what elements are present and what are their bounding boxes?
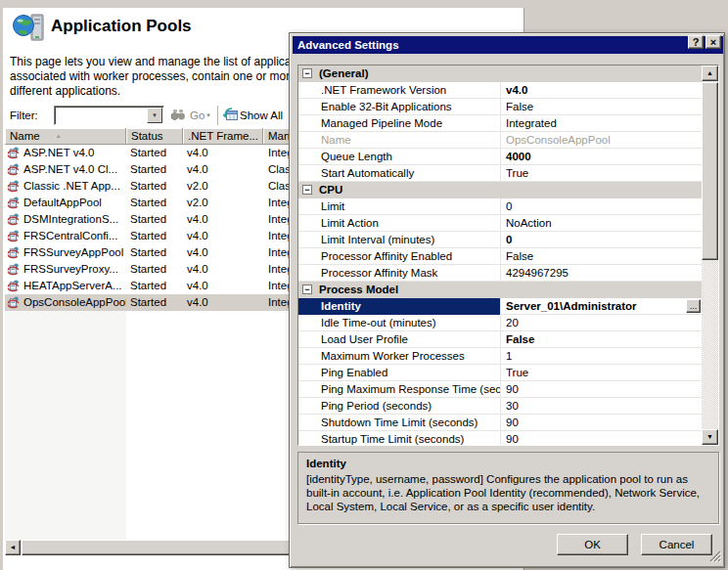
- vertical-scrollbar[interactable]: ▲ ▼: [702, 66, 718, 445]
- property-name-cell[interactable]: Ping Enabled: [298, 365, 500, 381]
- property-value-cell[interactable]: Integrated: [500, 115, 702, 132]
- property-value-cell[interactable]: True: [500, 165, 702, 182]
- property-value-cell[interactable]: False: [500, 99, 702, 115]
- property-row[interactable]: Maximum Worker Processes1: [298, 348, 702, 365]
- column-header-name[interactable]: Name▲: [5, 128, 126, 145]
- dialog-titlebar[interactable]: Advanced Settings: [293, 36, 723, 54]
- app-pool-status: Started: [126, 211, 183, 228]
- property-name-cell[interactable]: Enable 32-Bit Applications: [298, 99, 500, 115]
- show-all-icon[interactable]: [223, 108, 238, 123]
- ellipsis-button[interactable]: ...: [686, 299, 701, 313]
- help-title: Identity: [306, 458, 710, 469]
- property-value-cell[interactable]: 90: [500, 431, 702, 446]
- property-value-cell[interactable]: 30: [500, 398, 702, 415]
- collapse-icon[interactable]: −: [302, 185, 312, 195]
- property-row[interactable]: Load User ProfileFalse: [298, 331, 702, 348]
- scroll-up-button[interactable]: ▲: [702, 66, 718, 81]
- property-row[interactable]: Ping Maximum Response Time (seconds)90: [298, 381, 702, 398]
- property-row[interactable]: Managed Pipeline ModeIntegrated: [298, 115, 702, 132]
- property-value-cell[interactable]: 0: [500, 198, 702, 215]
- resize-grip-icon[interactable]: [708, 549, 721, 564]
- property-value-cell[interactable]: Server_01\Administrator...: [500, 298, 702, 315]
- property-name-cell[interactable]: Shutdown Time Limit (seconds): [298, 415, 500, 431]
- property-name-cell[interactable]: Load User Profile: [298, 331, 500, 348]
- collapse-icon[interactable]: −: [302, 68, 312, 78]
- app-pool-name: FRSSurveyAppPool: [23, 244, 123, 261]
- property-name-cell[interactable]: Identity: [298, 298, 500, 315]
- property-row[interactable]: Enable 32-Bit ApplicationsFalse: [298, 99, 702, 115]
- property-value-cell[interactable]: 90: [500, 415, 702, 431]
- property-name-cell[interactable]: .NET Framework Version: [298, 82, 500, 99]
- collapse-icon[interactable]: −: [302, 285, 312, 294]
- show-all-button[interactable]: Show All: [240, 110, 283, 121]
- property-section-row[interactable]: −CPU: [298, 182, 702, 198]
- property-name-cell[interactable]: Managed Pipeline Mode: [298, 115, 500, 132]
- property-row[interactable]: Ping Period (seconds)30: [298, 398, 702, 415]
- property-value-cell[interactable]: False: [500, 331, 702, 348]
- sort-ascending-icon: ▲: [56, 133, 62, 139]
- property-name-cell[interactable]: Idle Time-out (minutes): [298, 315, 500, 331]
- scroll-down-button[interactable]: ▼: [702, 429, 718, 445]
- property-value-cell[interactable]: 1: [500, 348, 702, 365]
- property-row[interactable]: .NET Framework Versionv4.0: [298, 82, 702, 99]
- app-pool-name: FRSSurveyProxy...: [23, 261, 118, 278]
- property-name-cell[interactable]: Maximum Worker Processes: [298, 348, 500, 365]
- property-name-cell[interactable]: Limit Action: [298, 215, 500, 232]
- property-help-panel: Identity [identityType, username, passwo…: [297, 452, 719, 524]
- property-row[interactable]: NameOpsConsoleAppPool: [298, 132, 702, 149]
- app-pool-status: Started: [126, 278, 183, 294]
- go-dropdown-icon[interactable]: ▼: [205, 112, 211, 118]
- property-row[interactable]: Limit ActionNoAction: [298, 215, 702, 232]
- property-row[interactable]: Limit0: [298, 198, 702, 215]
- property-value-cell[interactable]: 20: [500, 315, 702, 331]
- property-row[interactable]: Startup Time Limit (seconds)90: [298, 431, 702, 446]
- property-name-cell[interactable]: Ping Maximum Response Time (seconds): [298, 381, 500, 398]
- property-name-cell[interactable]: Limit Interval (minutes): [298, 232, 500, 248]
- filter-dropdown-icon[interactable]: ▼: [147, 108, 162, 123]
- property-section-row[interactable]: −Process Model: [298, 282, 702, 298]
- ok-button[interactable]: OK: [557, 534, 628, 555]
- property-value-cell[interactable]: OpsConsoleAppPool: [500, 132, 702, 149]
- app-pool-icon: [7, 147, 20, 159]
- property-row[interactable]: Start AutomaticallyTrue: [298, 165, 702, 182]
- close-button[interactable]: ×: [705, 35, 721, 49]
- property-value-cell[interactable]: v4.0: [500, 82, 702, 99]
- vertical-scroll-thumb[interactable]: [702, 82, 718, 260]
- property-name-cell[interactable]: Limit: [298, 198, 500, 215]
- property-row[interactable]: IdentityServer_01\Administrator...: [298, 298, 702, 315]
- column-header-status[interactable]: Status: [126, 128, 183, 145]
- property-row[interactable]: Processor Affinity EnabledFalse: [298, 248, 702, 265]
- property-value-cell[interactable]: NoAction: [500, 215, 702, 232]
- property-section-row[interactable]: −(General): [298, 66, 702, 82]
- property-name-cell[interactable]: Name: [298, 132, 500, 149]
- property-name-cell[interactable]: Processor Affinity Mask: [298, 265, 500, 282]
- property-name-cell[interactable]: Startup Time Limit (seconds): [298, 431, 500, 446]
- app-pool-net-version: v4.0: [183, 244, 263, 261]
- scroll-left-button[interactable]: ◄: [5, 540, 21, 555]
- property-row[interactable]: Idle Time-out (minutes)20: [298, 315, 702, 331]
- column-header-net-frame[interactable]: .NET Frame...: [183, 128, 263, 145]
- cancel-button[interactable]: Cancel: [641, 534, 712, 555]
- app-pool-icon: [7, 296, 20, 309]
- property-row[interactable]: Limit Interval (minutes)0: [298, 232, 702, 248]
- app-pool-name: HEATAppServerA...: [23, 278, 122, 294]
- property-row[interactable]: Shutdown Time Limit (seconds)90: [298, 415, 702, 431]
- filter-input[interactable]: ▼: [54, 106, 164, 125]
- property-value-cell[interactable]: False: [500, 248, 702, 265]
- help-button[interactable]: ?: [688, 35, 704, 49]
- property-value-cell[interactable]: 4000: [500, 149, 702, 165]
- property-value-cell[interactable]: 90: [500, 381, 702, 398]
- property-name-cell[interactable]: Queue Length: [298, 149, 500, 165]
- go-button[interactable]: Go: [190, 110, 205, 121]
- property-row[interactable]: Ping EnabledTrue: [298, 365, 702, 381]
- property-row[interactable]: Processor Affinity Mask4294967295: [298, 265, 702, 282]
- property-row[interactable]: Queue Length4000: [298, 149, 702, 165]
- app-pool-status: Started: [126, 244, 183, 261]
- property-name-cell[interactable]: Processor Affinity Enabled: [298, 248, 500, 265]
- property-value-cell[interactable]: 4294967295: [500, 265, 702, 282]
- app-pool-name: DSMIntegrationS...: [23, 211, 118, 228]
- property-value-cell[interactable]: True: [500, 365, 702, 381]
- property-name-cell[interactable]: Start Automatically: [298, 165, 500, 182]
- property-value-cell[interactable]: 0: [500, 232, 702, 248]
- property-name-cell[interactable]: Ping Period (seconds): [298, 398, 500, 415]
